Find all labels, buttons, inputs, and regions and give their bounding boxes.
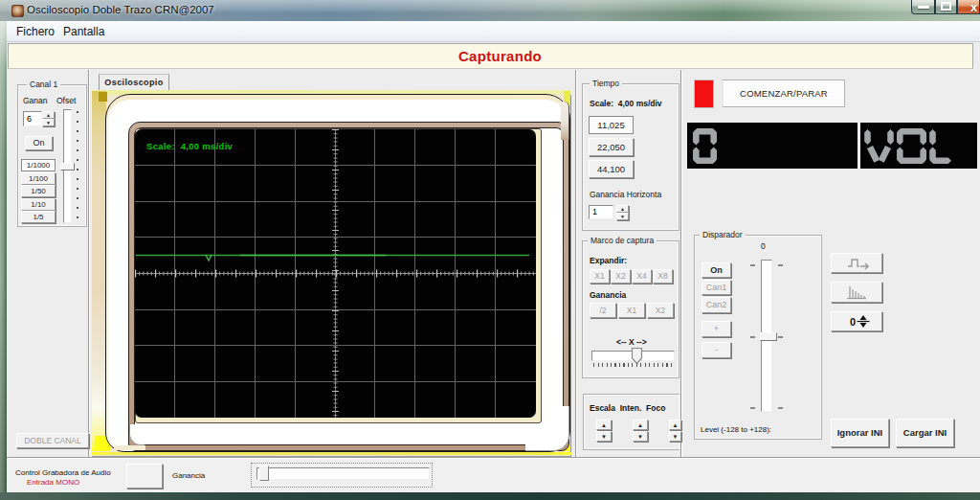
svg-text:0: 0 [850, 316, 856, 328]
svg-text:Scale: 4,00 ms/div: Scale: 4,00 ms/div [146, 141, 234, 151]
